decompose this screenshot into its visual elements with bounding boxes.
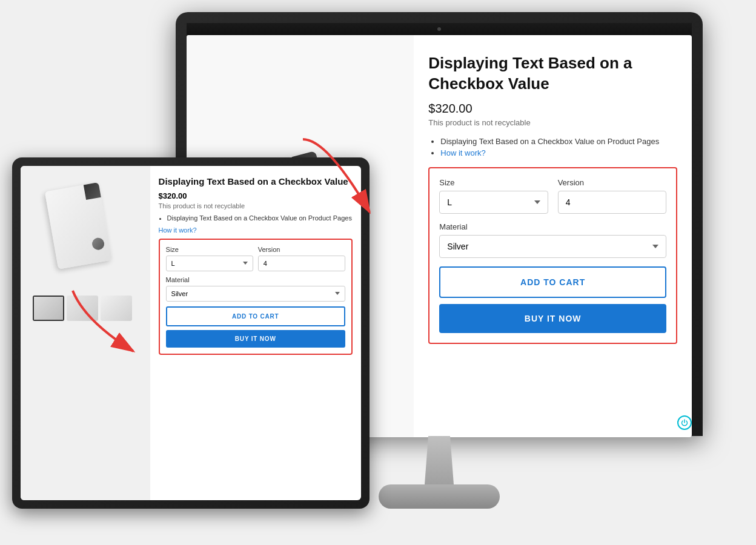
tablet-material-label: Material (166, 276, 345, 283)
tablet-size-select[interactable]: L S M (166, 256, 253, 271)
tablet-material-group: Material Silver Black (166, 276, 345, 302)
tablet-material-select[interactable]: Silver Black (166, 286, 345, 302)
monitor-material-label: Material (439, 222, 666, 231)
tablet-arrow (61, 285, 182, 375)
monitor-stand (379, 484, 500, 509)
tablet-variant-box: Size L S M Version (159, 239, 353, 355)
monitor-variant-box: Size L S M XL Version (428, 167, 677, 344)
monitor-feature-1: Displaying Text Based on a Checkbox Valu… (440, 137, 677, 146)
hdd-small-logo (91, 237, 105, 251)
monitor-neck (421, 436, 457, 484)
monitor-material-select[interactable]: Silver Black White (439, 235, 666, 258)
tablet-add-to-cart-button[interactable]: ADD TO CART (166, 306, 345, 326)
monitor-variant-row-1: Size L S M XL Version (439, 178, 666, 214)
tablet-size-label: Size (166, 246, 253, 253)
monitor-product-price: $320.00 (428, 102, 677, 116)
tablet-variant-row-2: Material Silver Black (166, 276, 345, 302)
camera-indicator (437, 27, 441, 31)
thumbnail-1[interactable] (33, 296, 64, 321)
monitor-recycle-note: This product is not recyclable (428, 118, 677, 127)
tablet-size-group: Size L S M (166, 246, 253, 271)
monitor-add-to-cart-button[interactable]: ADD TO CART (439, 266, 666, 298)
hdd-small-corner (84, 182, 101, 200)
monitor-buy-now-button[interactable]: BUY IT NOW (439, 304, 666, 333)
monitor-version-label: Version (558, 178, 666, 187)
monitor-power-indicator (677, 415, 692, 430)
tablet-buy-now-button[interactable]: BUY IT NOW (166, 330, 345, 348)
monitor-how-it-works-link[interactable]: How it work? (440, 148, 677, 157)
monitor-version-group: Version (558, 178, 666, 214)
monitor-how-it-works-item: How it work? (440, 148, 677, 157)
tablet-version-input[interactable] (258, 256, 345, 271)
monitor-size-label: Size (439, 178, 548, 187)
monitor-product-title: Displaying Text Based on a Checkbox Valu… (428, 53, 677, 94)
monitor-arrow (291, 133, 412, 254)
product-image-small (45, 180, 126, 282)
hdd-small-body (45, 182, 112, 269)
monitor-material-group: Material Silver Black White (439, 222, 666, 258)
monitor-version-input[interactable] (558, 191, 666, 214)
thumbnail-1-img (34, 297, 63, 320)
monitor-features-list: Displaying Text Based on a Checkbox Valu… (428, 137, 677, 157)
monitor-size-select[interactable]: L S M XL (439, 191, 548, 214)
monitor-variant-row-2: Material Silver Black White (439, 222, 666, 258)
monitor-product-details: Displaying Text Based on a Checkbox Valu… (414, 35, 692, 437)
monitor-top-bar (187, 23, 692, 35)
monitor-size-group: Size L S M XL (439, 178, 548, 214)
scene: Displaying Text Based on a Checkbox Valu… (0, 0, 756, 545)
